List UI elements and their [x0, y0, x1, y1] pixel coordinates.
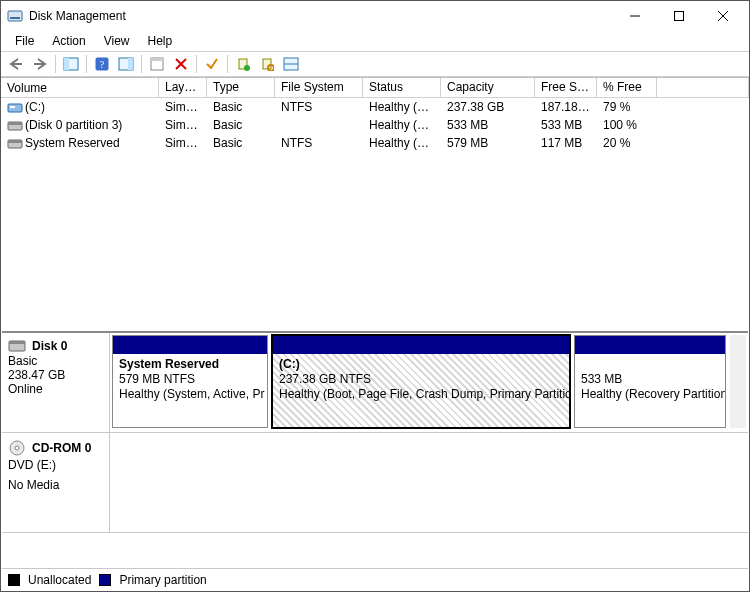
action-button-3[interactable]: [280, 54, 302, 74]
col-pctfree[interactable]: % Free: [597, 78, 657, 97]
partition-status: Healthy (System, Active, Pr: [119, 387, 261, 402]
disk-title: Disk 0: [32, 339, 67, 353]
cell-layout: Simple: [159, 100, 207, 114]
partitions: [110, 433, 748, 532]
volume-row[interactable]: (Disk 0 partition 3)SimpleBasicHealthy (…: [1, 116, 749, 134]
volume-icon: [7, 120, 21, 130]
col-status[interactable]: Status: [363, 78, 441, 97]
partition-title: (C:): [279, 357, 563, 372]
menu-bar: File Action View Help: [1, 31, 749, 51]
volume-row[interactable]: (C:)SimpleBasicNTFSHealthy (B...237.38 G…: [1, 98, 749, 116]
separator-icon: [55, 55, 56, 73]
cell-capacity: 579 MB: [441, 136, 535, 150]
refresh-button[interactable]: [146, 54, 168, 74]
partition-status: Healthy (Recovery Partition): [581, 387, 719, 402]
action-button-2[interactable]: [256, 54, 278, 74]
cdrom-icon: [8, 439, 26, 457]
swatch-unallocated-icon: [8, 574, 20, 586]
col-capacity[interactable]: Capacity: [441, 78, 535, 97]
disk-label[interactable]: CD-ROM 0DVD (E:)No Media: [2, 433, 110, 532]
cell-status: Healthy (B...: [363, 100, 441, 114]
apply-button[interactable]: [201, 54, 223, 74]
app-icon: [7, 8, 23, 24]
partition-stripe-icon: [575, 336, 725, 354]
svg-rect-3: [675, 12, 684, 21]
col-filesystem[interactable]: File System: [275, 78, 363, 97]
partition[interactable]: System Reserved579 MB NTFSHealthy (Syste…: [112, 335, 268, 428]
maximize-button[interactable]: [657, 2, 701, 30]
partition-stripe-icon: [113, 336, 267, 354]
swatch-primary-icon: [99, 574, 111, 586]
back-button[interactable]: [5, 54, 27, 74]
cell-free: 187.18 GB: [535, 100, 597, 114]
svg-point-33: [15, 446, 19, 450]
cell-pctfree: 79 %: [597, 100, 657, 114]
volume-name: (Disk 0 partition 3): [25, 118, 122, 132]
menu-action[interactable]: Action: [46, 33, 91, 49]
menu-help[interactable]: Help: [142, 33, 179, 49]
volume-list-header: Volume Layout Type File System Status Ca…: [1, 78, 749, 98]
svg-rect-13: [128, 58, 133, 70]
forward-button[interactable]: [29, 54, 51, 74]
col-tail[interactable]: [657, 78, 749, 97]
legend-unallocated: Unallocated: [28, 573, 91, 587]
disk-state: No Media: [8, 478, 103, 492]
svg-rect-25: [10, 106, 15, 108]
close-button[interactable]: [701, 2, 745, 30]
partition[interactable]: 533 MBHealthy (Recovery Partition): [574, 335, 726, 428]
svg-text:?: ?: [100, 59, 105, 70]
show-hide-action-pane-button[interactable]: [115, 54, 137, 74]
col-free[interactable]: Free Sp...: [535, 78, 597, 97]
menu-view[interactable]: View: [98, 33, 136, 49]
cell-filesystem: NTFS: [275, 100, 363, 114]
separator-icon: [196, 55, 197, 73]
svg-rect-31: [9, 341, 25, 344]
separator-icon: [227, 55, 228, 73]
scrollbar-stub[interactable]: [730, 335, 746, 428]
legend-primary: Primary partition: [119, 573, 206, 587]
volume-icon: [7, 138, 21, 148]
cell-filesystem: NTFS: [275, 136, 363, 150]
svg-point-19: [244, 65, 250, 71]
col-volume[interactable]: Volume: [1, 78, 159, 97]
cell-capacity: 533 MB: [441, 118, 535, 132]
menu-file[interactable]: File: [9, 33, 40, 49]
cell-status: Healthy (S...: [363, 136, 441, 150]
disk-row: CD-ROM 0DVD (E:)No Media: [2, 433, 748, 533]
show-hide-console-tree-button[interactable]: [60, 54, 82, 74]
partition-size: 533 MB: [581, 372, 719, 387]
volume-name: System Reserved: [25, 136, 120, 150]
partition-size: 579 MB NTFS: [119, 372, 261, 387]
partition[interactable]: (C:)237.38 GB NTFSHealthy (Boot, Page Fi…: [272, 335, 570, 428]
help-button[interactable]: ?: [91, 54, 113, 74]
minimize-button[interactable]: [613, 2, 657, 30]
disk-size: 238.47 GB: [8, 368, 103, 382]
disk-state: Online: [8, 382, 103, 396]
separator-icon: [141, 55, 142, 73]
partition-title: System Reserved: [119, 357, 261, 372]
disk-kind: DVD (E:): [8, 458, 103, 472]
volume-icon: [7, 102, 21, 112]
action-button-1[interactable]: [232, 54, 254, 74]
col-type[interactable]: Type: [207, 78, 275, 97]
volume-row[interactable]: System ReservedSimpleBasicNTFSHealthy (S…: [1, 134, 749, 152]
cell-type: Basic: [207, 136, 275, 150]
cell-free: 117 MB: [535, 136, 597, 150]
disk-row: Disk 0Basic238.47 GBOnlineSystem Reserve…: [2, 333, 748, 433]
disk-label[interactable]: Disk 0Basic238.47 GBOnline: [2, 333, 110, 432]
disk-kind: Basic: [8, 354, 103, 368]
partitions: System Reserved579 MB NTFSHealthy (Syste…: [110, 333, 748, 432]
partition-stripe-icon: [273, 336, 569, 354]
cell-layout: Simple: [159, 136, 207, 150]
svg-rect-0: [8, 11, 22, 21]
svg-rect-27: [8, 122, 22, 125]
disk-graphical-pane: Disk 0Basic238.47 GBOnlineSystem Reserve…: [2, 331, 748, 533]
toolbar: ?: [1, 51, 749, 77]
svg-rect-1: [10, 17, 20, 19]
cell-pctfree: 100 %: [597, 118, 657, 132]
delete-button[interactable]: [170, 54, 192, 74]
col-layout[interactable]: Layout: [159, 78, 207, 97]
volume-list: Volume Layout Type File System Status Ca…: [1, 77, 749, 152]
svg-rect-9: [64, 58, 69, 70]
partition-status: Healthy (Boot, Page File, Crash Dump, Pr…: [279, 387, 563, 402]
